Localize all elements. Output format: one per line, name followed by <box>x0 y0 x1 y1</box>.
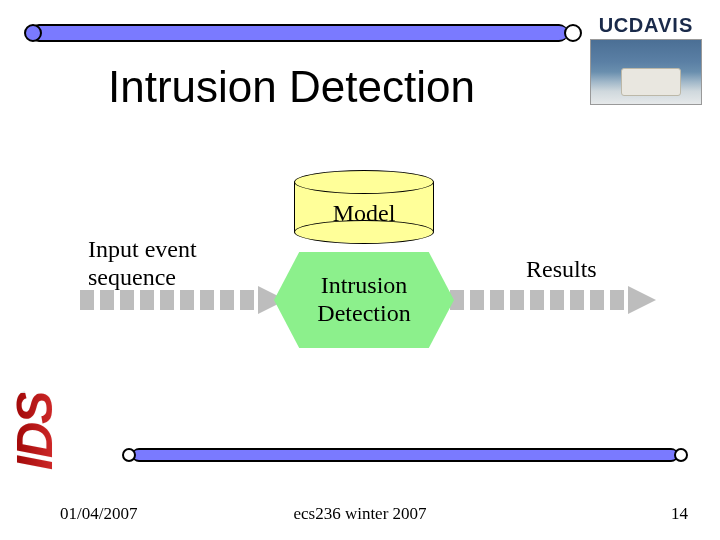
arrow-output <box>430 286 656 314</box>
process-hexagon: Intrusion Detection <box>274 252 454 348</box>
bar-body <box>30 24 568 42</box>
slide: UCDAVIS Intrusion Detection Model Intrus… <box>0 0 720 540</box>
bar-cap-left <box>122 448 136 462</box>
slide-title: Intrusion Detection <box>108 62 475 112</box>
ids-wordart: IDS <box>6 393 64 470</box>
arrow-head-icon <box>628 286 656 314</box>
footer-page-number: 14 <box>671 504 688 524</box>
model-label: Model <box>294 200 434 227</box>
footer-course: ecs236 winter 2007 <box>0 504 720 524</box>
campus-photo-icon <box>590 39 702 105</box>
top-divider-bar <box>24 24 582 42</box>
logo-uc: UC <box>599 14 629 36</box>
results-label: Results <box>526 256 597 283</box>
input-label: Input event sequence <box>88 236 197 291</box>
input-label-line1: Input event <box>88 236 197 262</box>
ucdavis-logo: UCDAVIS <box>590 14 702 105</box>
arrow-shaft <box>80 290 260 310</box>
process-label-line1: Intrusion <box>321 272 408 298</box>
bar-body <box>132 448 678 462</box>
process-label-line2: Detection <box>317 300 410 326</box>
bar-cap-right <box>674 448 688 462</box>
bar-cap-right <box>564 24 582 42</box>
model-cylinder: Model <box>294 170 434 244</box>
logo-davis: DAVIS <box>629 14 694 36</box>
cylinder-top <box>294 170 434 194</box>
logo-text: UCDAVIS <box>590 14 702 37</box>
input-label-line2: sequence <box>88 264 176 290</box>
bottom-divider-bar <box>122 448 688 462</box>
bar-cap-left <box>24 24 42 42</box>
process-box: Intrusion Detection <box>274 252 454 348</box>
arrow-shaft <box>430 290 630 310</box>
